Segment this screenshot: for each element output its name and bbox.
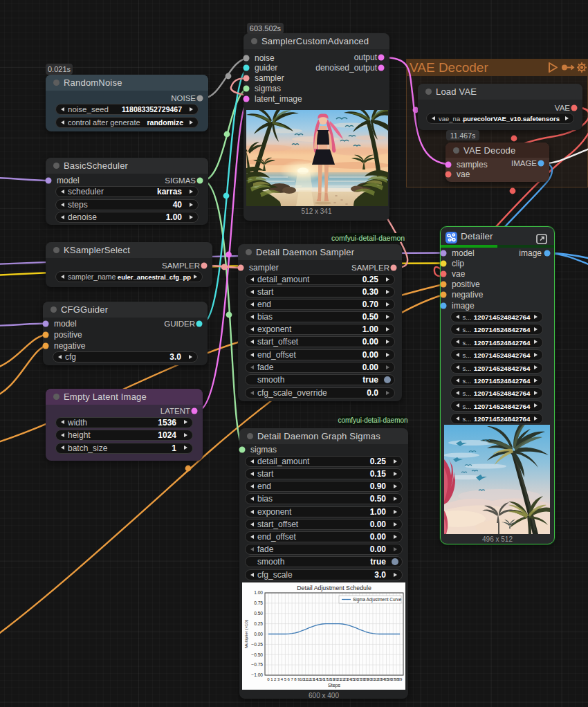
svg-text:Steps: Steps xyxy=(328,683,340,688)
svg-text:39: 39 xyxy=(398,677,403,681)
svg-text:0.75: 0.75 xyxy=(254,600,263,605)
svg-text:−1.00: −1.00 xyxy=(251,672,263,677)
svg-text:0.25: 0.25 xyxy=(254,621,263,626)
svg-text:−0.25: −0.25 xyxy=(251,642,263,647)
svg-text:−0.50: −0.50 xyxy=(251,652,263,657)
svg-text:Multiplier (×10): Multiplier (×10) xyxy=(244,620,248,648)
svg-text:1.00: 1.00 xyxy=(254,590,263,595)
svg-text:Sigma Adjustment Curve: Sigma Adjustment Curve xyxy=(353,597,402,603)
svg-text:0.00: 0.00 xyxy=(254,632,263,636)
svg-text:−0.75: −0.75 xyxy=(251,662,263,667)
svg-text:Detail Adjustment Schedule: Detail Adjustment Schedule xyxy=(297,585,371,591)
svg-text:0.50: 0.50 xyxy=(254,611,263,616)
